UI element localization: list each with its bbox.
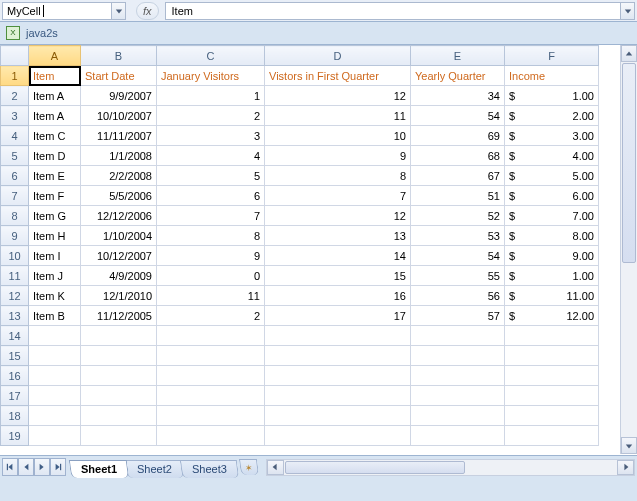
cell-F18[interactable]	[505, 406, 599, 426]
cell-E5[interactable]: 68	[411, 146, 505, 166]
cell-D9[interactable]: 13	[265, 226, 411, 246]
tab-nav-first[interactable]	[2, 458, 18, 476]
cell-B14[interactable]	[81, 326, 157, 346]
cell-D4[interactable]: 10	[265, 126, 411, 146]
row-header-7[interactable]: 7	[1, 186, 29, 206]
col-header-E[interactable]: E	[411, 46, 505, 66]
cell-A10[interactable]: Item I	[29, 246, 81, 266]
col-header-A[interactable]: A	[29, 46, 81, 66]
cell-B18[interactable]	[81, 406, 157, 426]
cell-E13[interactable]: 57	[411, 306, 505, 326]
row-header-1[interactable]: 1	[1, 66, 29, 86]
cell-F16[interactable]	[505, 366, 599, 386]
spreadsheet-grid[interactable]: ABCDEF1ItemStart DateJanuary VisitorsVis…	[0, 45, 599, 446]
cell-A4[interactable]: Item C	[29, 126, 81, 146]
cell-A6[interactable]: Item E	[29, 166, 81, 186]
col-header-F[interactable]: F	[505, 46, 599, 66]
cell-A1[interactable]: Item	[29, 66, 81, 86]
cell-A16[interactable]	[29, 366, 81, 386]
cell-F3[interactable]: $2.00	[505, 106, 599, 126]
cell-F5[interactable]: $4.00	[505, 146, 599, 166]
cell-D19[interactable]	[265, 426, 411, 446]
cell-B4[interactable]: 11/11/2007	[81, 126, 157, 146]
cell-C11[interactable]: 0	[157, 266, 265, 286]
cell-A17[interactable]	[29, 386, 81, 406]
cell-A9[interactable]: Item H	[29, 226, 81, 246]
row-header-8[interactable]: 8	[1, 206, 29, 226]
cell-F10[interactable]: $9.00	[505, 246, 599, 266]
cell-A12[interactable]: Item K	[29, 286, 81, 306]
row-header-6[interactable]: 6	[1, 166, 29, 186]
sheet-tab-sheet2[interactable]: Sheet2	[125, 460, 184, 478]
cell-C15[interactable]	[157, 346, 265, 366]
cell-E19[interactable]	[411, 426, 505, 446]
cell-F14[interactable]	[505, 326, 599, 346]
cell-E12[interactable]: 56	[411, 286, 505, 306]
cell-E3[interactable]: 54	[411, 106, 505, 126]
tab-nav-next[interactable]	[34, 458, 50, 476]
vertical-scrollbar[interactable]	[620, 45, 637, 454]
cell-B16[interactable]	[81, 366, 157, 386]
formula-input[interactable]: Item	[165, 2, 621, 20]
cell-E10[interactable]: 54	[411, 246, 505, 266]
cell-F11[interactable]: $1.00	[505, 266, 599, 286]
cell-D16[interactable]	[265, 366, 411, 386]
cell-F6[interactable]: $5.00	[505, 166, 599, 186]
row-header-11[interactable]: 11	[1, 266, 29, 286]
cell-E15[interactable]	[411, 346, 505, 366]
cell-F1[interactable]: Income	[505, 66, 599, 86]
cell-A18[interactable]	[29, 406, 81, 426]
cell-D18[interactable]	[265, 406, 411, 426]
cell-E11[interactable]: 55	[411, 266, 505, 286]
cell-F12[interactable]: $11.00	[505, 286, 599, 306]
horizontal-scrollbar[interactable]	[266, 459, 635, 476]
cell-D6[interactable]: 8	[265, 166, 411, 186]
row-header-12[interactable]: 12	[1, 286, 29, 306]
row-header-3[interactable]: 3	[1, 106, 29, 126]
sheet-tab-sheet3[interactable]: Sheet3	[180, 460, 239, 478]
row-header-9[interactable]: 9	[1, 226, 29, 246]
cell-A5[interactable]: Item D	[29, 146, 81, 166]
name-box-dropdown[interactable]	[112, 2, 126, 20]
cell-B5[interactable]: 1/1/2008	[81, 146, 157, 166]
scroll-left-button[interactable]	[267, 460, 284, 475]
cell-C7[interactable]: 6	[157, 186, 265, 206]
cell-D17[interactable]	[265, 386, 411, 406]
cell-B3[interactable]: 10/10/2007	[81, 106, 157, 126]
cell-D7[interactable]: 7	[265, 186, 411, 206]
cell-C10[interactable]: 9	[157, 246, 265, 266]
cell-A7[interactable]: Item F	[29, 186, 81, 206]
cell-B8[interactable]: 12/12/2006	[81, 206, 157, 226]
cell-E16[interactable]	[411, 366, 505, 386]
tab-nav-prev[interactable]	[18, 458, 34, 476]
cell-C4[interactable]: 3	[157, 126, 265, 146]
cell-F13[interactable]: $12.00	[505, 306, 599, 326]
sheet-tab-sheet1[interactable]: Sheet1	[69, 460, 130, 478]
row-header-2[interactable]: 2	[1, 86, 29, 106]
cell-D8[interactable]: 12	[265, 206, 411, 226]
name-box[interactable]: MyCell	[2, 2, 112, 20]
col-header-C[interactable]: C	[157, 46, 265, 66]
cell-C9[interactable]: 8	[157, 226, 265, 246]
cell-E6[interactable]: 67	[411, 166, 505, 186]
cell-C5[interactable]: 4	[157, 146, 265, 166]
cell-A3[interactable]: Item A	[29, 106, 81, 126]
cell-F7[interactable]: $6.00	[505, 186, 599, 206]
cell-C16[interactable]	[157, 366, 265, 386]
cell-E2[interactable]: 34	[411, 86, 505, 106]
cell-A15[interactable]	[29, 346, 81, 366]
cell-B1[interactable]: Start Date	[81, 66, 157, 86]
cell-D1[interactable]: Vistors in First Quarter	[265, 66, 411, 86]
hscroll-thumb[interactable]	[285, 461, 465, 474]
row-header-14[interactable]: 14	[1, 326, 29, 346]
cell-C14[interactable]	[157, 326, 265, 346]
cell-B11[interactable]: 4/9/2009	[81, 266, 157, 286]
cell-A19[interactable]	[29, 426, 81, 446]
scroll-up-button[interactable]	[621, 45, 637, 62]
cell-B6[interactable]: 2/2/2008	[81, 166, 157, 186]
cell-D12[interactable]: 16	[265, 286, 411, 306]
cell-D11[interactable]: 15	[265, 266, 411, 286]
cell-A13[interactable]: Item B	[29, 306, 81, 326]
cell-C3[interactable]: 2	[157, 106, 265, 126]
cell-D5[interactable]: 9	[265, 146, 411, 166]
